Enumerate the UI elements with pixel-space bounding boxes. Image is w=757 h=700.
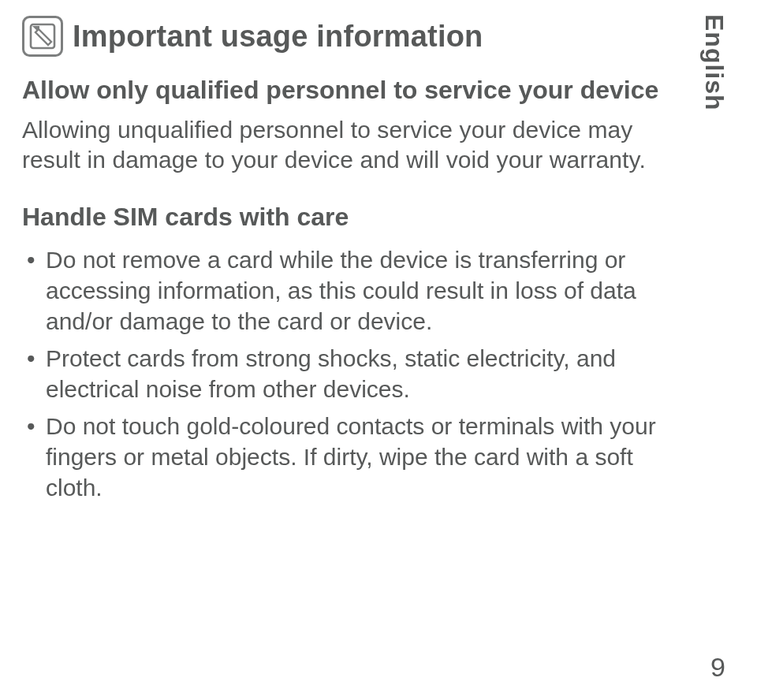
manual-page: English Important usage information Allo… [0,0,757,700]
page-title: Important usage information [73,20,483,54]
section2-bullets: Do not remove a card while the device is… [22,244,678,503]
section1-paragraph: Allowing unqualified personnel to servic… [22,115,678,176]
section2-heading: Handle SIM cards with care [22,203,678,232]
language-tab: English [699,14,729,111]
list-item: Protect cards from strong shocks, static… [22,343,678,404]
list-item: Do not touch gold-coloured contacts or t… [22,411,678,503]
list-item: Do not remove a card while the device is… [22,244,678,337]
section1-heading: Allow only qualified personnel to servic… [22,74,678,106]
page-number: 9 [710,652,725,683]
header-row: Important usage information [22,16,678,57]
note-icon [22,16,63,57]
